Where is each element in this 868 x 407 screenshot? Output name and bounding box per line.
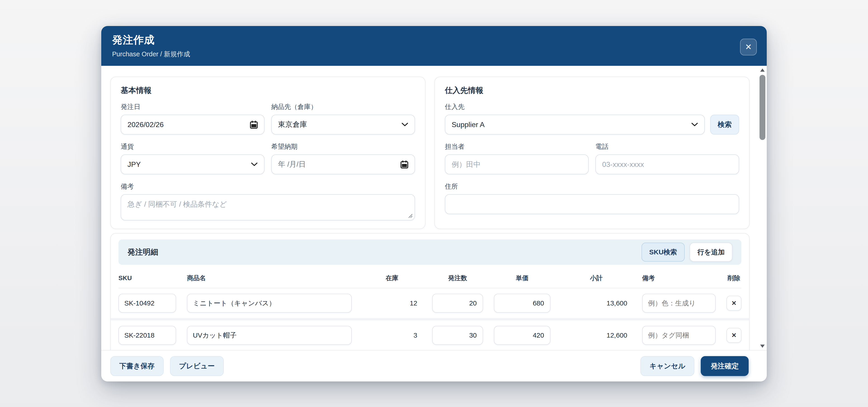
- order-qty-input[interactable]: [432, 294, 483, 313]
- currency-field: 通貨 JPY: [121, 142, 265, 174]
- note-input[interactable]: [642, 294, 716, 313]
- line-items-actions: SKU検索 行を追加: [642, 243, 733, 261]
- destination-field: 納品先（倉庫） 東京倉庫: [271, 102, 415, 134]
- note-input[interactable]: [642, 326, 716, 345]
- col-header-qty: 発注数: [432, 274, 483, 282]
- col-header-sku: SKU: [119, 275, 176, 282]
- supplier-search-button[interactable]: 検索: [710, 115, 739, 134]
- product-name-input[interactable]: [187, 294, 352, 313]
- purchase-order-modal: 発注作成 Purchase Order / 新規作成 ✕ 基本情報 発注日 20…: [101, 26, 767, 381]
- add-row-button[interactable]: 行を追加: [690, 243, 733, 261]
- page-title: 発注作成: [112, 33, 756, 47]
- line-items-header-bar: 発注明細 SKU検索 行を追加: [119, 240, 741, 265]
- destination-value: 東京倉庫: [278, 120, 401, 130]
- supplier-field: 仕入先 Supplier A 検索: [445, 102, 739, 134]
- currency-value: JPY: [127, 160, 251, 169]
- destination-label: 納品先（倉庫）: [271, 102, 415, 112]
- supplier-select[interactable]: Supplier A: [445, 115, 705, 134]
- contact-field: 担当者: [445, 142, 589, 174]
- order-date-value: 2026/02/26: [127, 121, 250, 129]
- phone-label: 電話: [595, 142, 739, 151]
- col-header-subtotal: 小計: [561, 274, 631, 282]
- save-draft-button[interactable]: 下書き保存: [110, 356, 164, 376]
- address-label: 住所: [445, 182, 739, 191]
- top-cards-row: 基本情報 発注日 2026/02/26: [110, 77, 749, 229]
- phone-input[interactable]: [595, 154, 739, 174]
- order-qty-input[interactable]: [432, 326, 483, 345]
- supplier-label: 仕入先: [445, 102, 739, 112]
- chevron-down-icon: [401, 123, 408, 127]
- notes-textarea[interactable]: [121, 194, 415, 220]
- phone-field: 電話: [595, 142, 739, 174]
- modal-footer: 下書き保存 プレビュー キャンセル 発注確定: [101, 350, 767, 381]
- destination-select[interactable]: 東京倉庫: [271, 115, 415, 134]
- unit-price-input[interactable]: [494, 294, 550, 313]
- scrollbar-thumb[interactable]: [760, 75, 765, 140]
- notes-label: 備考: [121, 182, 415, 191]
- sku-input[interactable]: [119, 326, 176, 345]
- line-items-title: 発注明細: [127, 247, 158, 257]
- desired-delivery-label: 希望納期: [271, 142, 415, 151]
- supplier-row: Supplier A 検索: [445, 115, 739, 134]
- col-header-note: 備考: [642, 274, 716, 282]
- col-header-stock: 在庫: [363, 274, 421, 282]
- desired-delivery-input[interactable]: 年 /月/日: [271, 154, 415, 174]
- unit-price-input[interactable]: [494, 326, 550, 345]
- confirm-order-button[interactable]: 発注確定: [701, 356, 749, 376]
- currency-label: 通貨: [121, 142, 265, 151]
- supplier-info-card: 仕入先情報 仕入先 Supplier A 検索: [434, 77, 749, 229]
- sku-search-button[interactable]: SKU検索: [642, 243, 685, 261]
- calendar-icon: [401, 160, 408, 168]
- address-field: 住所: [445, 182, 739, 214]
- col-header-name: 商品名: [187, 274, 352, 282]
- line-items-body: 12 13,600 ✕ 3 12,600 ✕: [119, 288, 741, 350]
- basic-info-grid: 発注日 2026/02/26 納品先（倉庫）: [121, 102, 415, 220]
- order-date-field: 発注日 2026/02/26: [121, 102, 265, 134]
- currency-select[interactable]: JPY: [121, 154, 265, 174]
- scroll-up-arrow-icon[interactable]: [760, 68, 765, 72]
- basic-info-card: 基本情報 発注日 2026/02/26: [110, 77, 426, 229]
- line-item-row: 3 12,600 ✕: [119, 320, 741, 350]
- line-items-card: 発注明細 SKU検索 行を追加 SKU 商品名 在庫 発注数 単価 小計 備考 …: [110, 233, 749, 350]
- contact-input[interactable]: [445, 154, 589, 174]
- col-header-delete: 削除: [726, 274, 741, 282]
- modal-body: 基本情報 発注日 2026/02/26: [101, 66, 767, 350]
- line-item-row: 12 13,600 ✕: [119, 288, 741, 318]
- close-icon: ✕: [745, 43, 752, 51]
- supplier-value: Supplier A: [452, 121, 691, 129]
- basic-info-title: 基本情報: [121, 85, 415, 96]
- address-input[interactable]: [445, 194, 739, 214]
- stock-value: 12: [363, 300, 421, 307]
- delete-row-button[interactable]: ✕: [726, 296, 741, 311]
- preview-button[interactable]: プレビュー: [170, 356, 224, 376]
- desired-delivery-field: 希望納期 年 /月/日: [271, 142, 415, 174]
- scroll-down-arrow-icon[interactable]: [760, 345, 765, 348]
- page-background: { "modal": { "title": "発注作成", "subtitle"…: [0, 0, 868, 407]
- order-date-input[interactable]: 2026/02/26: [121, 115, 265, 134]
- page-subtitle: Purchase Order / 新規作成: [112, 50, 756, 59]
- col-header-price: 単価: [494, 274, 550, 282]
- order-date-label: 発注日: [121, 102, 265, 112]
- sku-input[interactable]: [119, 294, 176, 313]
- row-divider: [111, 318, 749, 320]
- supplier-contact-grid: 担当者 電話: [445, 142, 739, 174]
- desired-delivery-placeholder: 年 /月/日: [278, 159, 401, 169]
- vertical-scrollbar[interactable]: [760, 68, 765, 348]
- notes-field: 備考: [121, 182, 415, 220]
- delete-row-button[interactable]: ✕: [726, 328, 741, 343]
- stock-value: 3: [363, 332, 421, 339]
- delete-icon: ✕: [732, 300, 737, 306]
- contact-label: 担当者: [445, 142, 589, 151]
- subtotal-value: 13,600: [561, 300, 631, 307]
- product-name-input[interactable]: [187, 326, 352, 345]
- modal-header: 発注作成 Purchase Order / 新規作成 ✕: [101, 26, 767, 66]
- chevron-down-icon: [691, 123, 698, 127]
- chevron-down-icon: [251, 162, 258, 166]
- cancel-button[interactable]: キャンセル: [640, 356, 694, 376]
- line-items-table-header: SKU 商品名 在庫 発注数 単価 小計 備考 削除: [119, 274, 741, 288]
- subtotal-value: 12,600: [561, 332, 631, 339]
- calendar-icon: [250, 121, 258, 129]
- delete-icon: ✕: [732, 333, 737, 339]
- supplier-info-title: 仕入先情報: [445, 85, 739, 96]
- close-button[interactable]: ✕: [740, 39, 757, 55]
